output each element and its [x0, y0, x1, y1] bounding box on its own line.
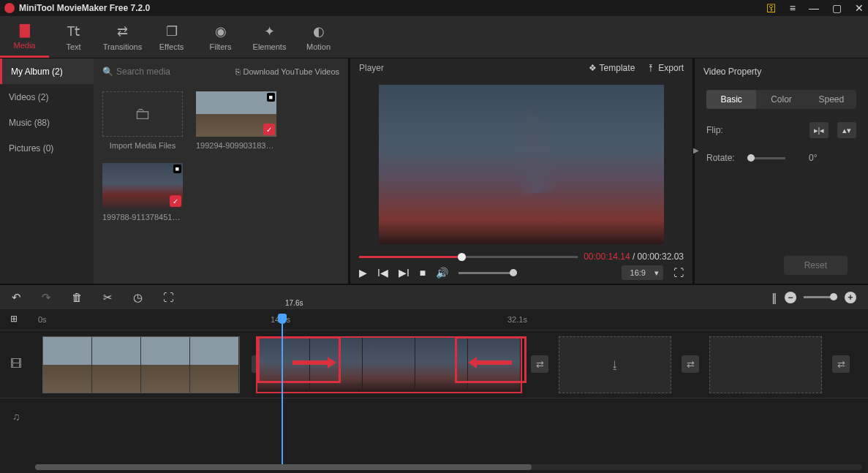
timeline-clip-1[interactable] — [42, 336, 240, 393]
tab-effects[interactable]: ❐ Effects — [147, 16, 196, 58]
tab-media-label: Media — [14, 41, 36, 50]
rotate-slider[interactable] — [747, 157, 785, 159]
flip-horizontal-button[interactable]: ▸|◂ — [809, 122, 829, 138]
reset-button[interactable]: Reset — [784, 256, 848, 275]
arrow-right-icon — [293, 357, 336, 364]
fit-zoom-button[interactable]: ‖ — [771, 291, 777, 304]
check-icon: ✓ — [170, 195, 181, 207]
tab-elements[interactable]: ✦ Elements — [245, 16, 294, 58]
media-item-1-label: 199294-9099031833... — [196, 141, 276, 150]
prop-tab-speed[interactable]: Speed — [807, 90, 856, 109]
play-button[interactable]: ▶ — [359, 267, 367, 279]
collapse-panel-button[interactable]: ▶ — [693, 146, 699, 154]
zoom-out-button[interactable]: − — [785, 292, 796, 303]
download-youtube-label: Download YouTube Videos — [244, 67, 340, 76]
flip-label: Flip: — [706, 125, 739, 135]
delete-button[interactable]: 🗑 — [72, 291, 83, 303]
empty-clip-slot[interactable]: ⭳ — [559, 336, 671, 393]
prop-tab-basic[interactable]: Basic — [706, 90, 756, 109]
tab-media[interactable]: ▇ Media — [0, 16, 49, 58]
property-title: Video Property — [695, 58, 868, 84]
arrow-left-icon — [468, 357, 512, 364]
sidebar-item-pictures[interactable]: Pictures (0) — [0, 135, 94, 161]
minimize-icon[interactable]: — — [809, 2, 819, 14]
rotate-label: Rotate: — [706, 153, 739, 163]
sidebar-item-videos[interactable]: Videos (2) — [0, 84, 94, 110]
tab-effects-label: Effects — [159, 42, 184, 51]
timeline-scrollbar[interactable] — [35, 464, 862, 470]
title-bar: MiniTool MovieMaker Free 7.2.0 ⚿ ≡ — ▢ ✕ — [0, 0, 868, 16]
aspect-ratio-select[interactable]: 16:9 — [622, 265, 663, 280]
empty-clip-slot[interactable] — [709, 336, 822, 393]
transition-button[interactable]: ⇄ — [682, 355, 699, 373]
stop-button[interactable]: ■ — [420, 267, 426, 279]
main-toolbar: ▇ Media T𝗍 Text ⇄ Transitions ❐ Effects … — [0, 16, 868, 58]
crop-button[interactable]: ⛶ — [163, 291, 174, 303]
prev-frame-button[interactable]: I◀ — [377, 267, 388, 279]
tab-text[interactable]: T𝗍 Text — [49, 16, 98, 58]
download-youtube-button[interactable]: ⎘ Download YouTube Videos — [235, 67, 340, 76]
media-item-2-label: 199788-9113784511... — [102, 213, 183, 222]
progress-slider[interactable] — [359, 256, 578, 258]
add-clip-icon: ⭳ — [610, 359, 620, 371]
text-icon: T𝗍 — [67, 23, 80, 39]
sidebar-item-music[interactable]: Music (88) — [0, 110, 94, 135]
tab-motion-label: Motion — [306, 42, 331, 51]
export-button[interactable]: ⭱ Export — [646, 63, 684, 73]
redo-button[interactable]: ↷ — [42, 291, 51, 304]
fullscreen-button[interactable]: ⛶ — [673, 267, 684, 279]
playhead[interactable] — [282, 315, 283, 464]
folder-icon: ▇ — [20, 22, 30, 38]
template-label: Template — [600, 63, 635, 73]
template-button[interactable]: ❖ Template — [589, 63, 635, 73]
flip-vertical-button[interactable]: ▴▾ — [837, 122, 856, 138]
sidebar-item-myalbum[interactable]: My Album (2) — [0, 58, 94, 84]
video-badge-icon: ■ — [173, 164, 181, 173]
video-track-icon: 🎞 — [0, 357, 32, 371]
audio-track-icon: ♫ — [0, 411, 32, 423]
media-sidebar: My Album (2) Videos (2) Music (88) Pictu… — [0, 58, 94, 284]
undo-button[interactable]: ↶ — [12, 291, 21, 304]
volume-button[interactable]: 🔊 — [436, 267, 448, 279]
audio-track[interactable]: ♫ — [0, 398, 868, 435]
menu-icon[interactable]: ≡ — [790, 2, 796, 14]
transitions-icon: ⇄ — [117, 23, 128, 39]
elements-icon: ✦ — [264, 23, 275, 39]
search-icon: 🔍 — [102, 67, 113, 77]
key-icon[interactable]: ⚿ — [766, 2, 777, 14]
ruler-marker: 32.1s — [507, 315, 527, 324]
zoom-in-button[interactable]: + — [845, 292, 856, 303]
timeline-ruler[interactable]: ⊞ 0s 14.6s 32.1s — [0, 309, 868, 330]
add-track-button[interactable]: ⊞ — [10, 314, 18, 324]
split-button[interactable]: ✂ — [103, 291, 113, 304]
next-frame-button[interactable]: ▶I — [399, 267, 410, 279]
rotate-value: 0° — [809, 153, 817, 163]
volume-slider[interactable] — [458, 272, 517, 274]
time-current: 00:00:14.14 — [584, 251, 630, 262]
close-icon[interactable]: ✕ — [855, 2, 864, 14]
transition-button[interactable]: ⇄ — [832, 355, 850, 373]
import-media-button[interactable]: 🗀 Import Media Files — [102, 91, 183, 150]
tab-transitions[interactable]: ⇄ Transitions — [98, 16, 147, 58]
app-logo-icon — [4, 3, 15, 13]
search-input[interactable] — [116, 67, 189, 77]
folder-icon: 🗀 — [135, 105, 151, 124]
video-viewport — [350, 77, 692, 251]
effects-icon: ❐ — [166, 23, 178, 39]
maximize-icon[interactable]: ▢ — [832, 2, 842, 14]
time-total: 00:00:32.03 — [638, 251, 684, 262]
filters-icon: ◉ — [215, 23, 227, 39]
media-item-2[interactable]: ■ ✓ 199788-9113784511... — [102, 163, 183, 222]
video-badge-icon: ■ — [267, 93, 275, 102]
tab-motion[interactable]: ◐ Motion — [294, 16, 343, 58]
timeline-toolbar: ↶ ↷ 🗑 ✂ ◷ ⛶ ‖ − + — [0, 284, 868, 309]
player-panel: Player ❖ Template ⭱ Export — [348, 58, 695, 284]
transition-button[interactable]: ⇄ — [531, 355, 548, 373]
player-title: Player — [359, 63, 384, 73]
tab-filters[interactable]: ◉ Filters — [196, 16, 245, 58]
speed-button[interactable]: ◷ — [133, 291, 143, 304]
video-track[interactable]: 🎞 ⇄ ⇄ ⭳ ⇄ ⇄ — [0, 330, 868, 398]
zoom-slider[interactable] — [804, 296, 837, 298]
media-item-1[interactable]: ■ ✓ 199294-9099031833... — [196, 91, 276, 150]
prop-tab-color[interactable]: Color — [756, 90, 806, 109]
